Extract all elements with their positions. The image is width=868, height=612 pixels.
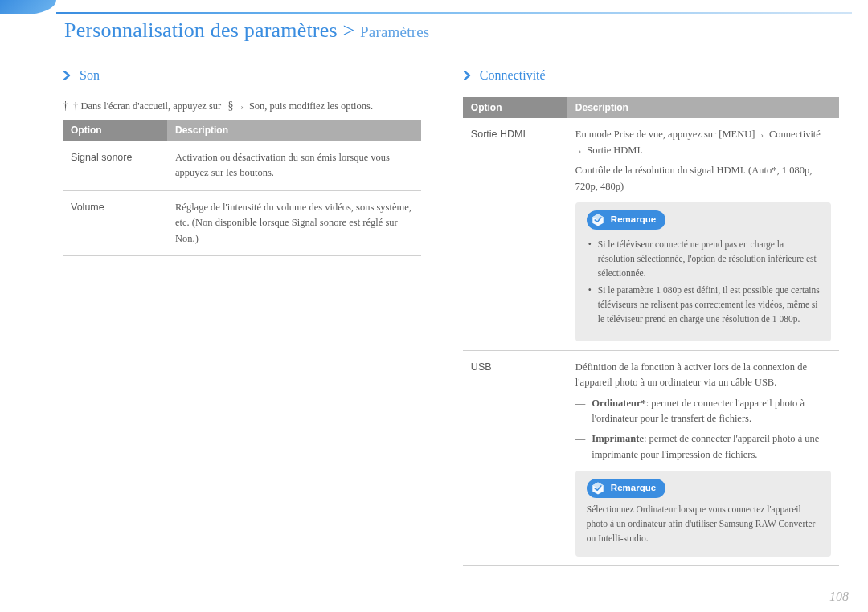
- son-intro-after: Son, puis modifiez les options.: [249, 100, 373, 112]
- section-title-son-label: Son: [80, 66, 100, 86]
- opt-signal-sonore: Signal sonore: [63, 141, 167, 190]
- header: Personnalisation des paramètres > Paramè…: [0, 0, 868, 37]
- table-row: Volume Réglage de l'intensité du volume …: [63, 190, 421, 255]
- hdmi-line2: Connectivité: [769, 129, 821, 140]
- note-item: Si le téléviseur connecté ne prend pas e…: [588, 238, 820, 280]
- dash-icon: —: [575, 396, 586, 427]
- conn-th-description: Description: [567, 97, 839, 119]
- desc-signal-sonore: Activation ou désactivation du son émis …: [167, 141, 421, 190]
- table-row: Signal sonore Activation ou désactivatio…: [63, 141, 421, 190]
- son-intro-lead: † Dans l'écran d'accueil, appuyez sur: [73, 100, 221, 112]
- note-item: Si le paramètre 1 080p est défini, il es…: [588, 284, 820, 326]
- note-list-hdmi: Si le téléviseur connecté ne prend pas e…: [588, 238, 820, 327]
- note-label: Remarque: [611, 481, 656, 496]
- desc-sortie-hdmi: En mode Prise de vue, appuyez sur [MENU]…: [567, 118, 839, 350]
- note-box-usb: Remarque Sélectionnez Ordinateur lorsque…: [575, 471, 831, 557]
- son-options-table: Option Description Signal sonore Activat…: [63, 120, 421, 255]
- table-row: USB Définition de la fonction à activer …: [463, 350, 839, 566]
- right-column: Connectivité Option Description Sortie H…: [463, 58, 839, 594]
- son-th-option: Option: [63, 120, 167, 141]
- header-underline: [56, 12, 852, 14]
- usb-bullet-imprimante: — Imprimante: permet de connecter l'appa…: [575, 431, 831, 463]
- arrow-right-icon: ›: [761, 130, 764, 139]
- connectivite-options-table: Option Description Sortie HDMI En mode P…: [463, 97, 839, 567]
- breadcrumb: Personnalisation des paramètres > Paramè…: [64, 14, 429, 47]
- dagger-icon: †: [63, 100, 68, 112]
- hdmi-line1: En mode Prise de vue, appuyez sur [MENU]: [575, 129, 755, 140]
- opt-volume: Volume: [63, 190, 167, 255]
- dash-icon: —: [575, 431, 586, 463]
- table-row: Sortie HDMI En mode Prise de vue, appuye…: [463, 118, 839, 350]
- left-column: Son †† Dans l'écran d'accueil, appuyez s…: [63, 58, 421, 594]
- note-cube-icon: [590, 480, 606, 496]
- header-tab-swoosh: [0, 0, 56, 14]
- usb-bullet-label: Imprimante: permet de connecter l'appare…: [592, 431, 831, 463]
- section-icon: §: [227, 100, 233, 112]
- arrow-right-icon: ›: [579, 146, 581, 155]
- opt-sortie-hdmi: Sortie HDMI: [463, 118, 567, 350]
- chevron-right-icon: [463, 71, 473, 80]
- desc-volume: Réglage de l'intensité du volume des vid…: [167, 190, 421, 255]
- page-number: 108: [829, 587, 849, 607]
- note-badge: Remarque: [587, 479, 665, 498]
- hdmi-after: Contrôle de la résolution du signal HDMI…: [575, 165, 812, 191]
- usb-intro: Définition de la fonction à activer lors…: [575, 361, 807, 388]
- usb-bullet-ordinateur: — Ordinateur*: permet de connecter l'app…: [575, 396, 831, 427]
- note-text-usb: Sélectionnez Ordinateur lorsque vous con…: [587, 503, 820, 545]
- arrow-right-icon: ›: [240, 102, 243, 111]
- note-label: Remarque: [611, 213, 656, 227]
- section-title-connectivite-label: Connectivité: [480, 66, 546, 86]
- breadcrumb-main: Personnalisation des paramètres: [64, 18, 338, 42]
- son-th-description: Description: [167, 120, 421, 141]
- desc-usb: Définition de la fonction à activer lors…: [567, 350, 839, 566]
- section-title-son: Son: [63, 66, 421, 86]
- opt-usb: USB: [463, 350, 567, 566]
- note-cube-icon: [590, 212, 606, 228]
- son-intro: †† Dans l'écran d'accueil, appuyez sur §…: [63, 97, 421, 115]
- breadcrumb-sub: Paramètres: [360, 23, 429, 40]
- usb-bullet-label: Ordinateur*: permet de connecter l'appar…: [592, 396, 831, 427]
- conn-th-option: Option: [463, 97, 567, 119]
- chevron-right-icon: [63, 71, 72, 80]
- breadcrumb-sep: >: [338, 18, 360, 42]
- content: Son †† Dans l'écran d'accueil, appuyez s…: [63, 58, 839, 594]
- section-title-connectivite: Connectivité: [463, 66, 839, 86]
- note-badge: Remarque: [587, 210, 665, 230]
- note-box-hdmi: Remarque Si le téléviseur connecté ne pr…: [575, 202, 831, 341]
- hdmi-line3: Sortie HDMI.: [587, 145, 642, 156]
